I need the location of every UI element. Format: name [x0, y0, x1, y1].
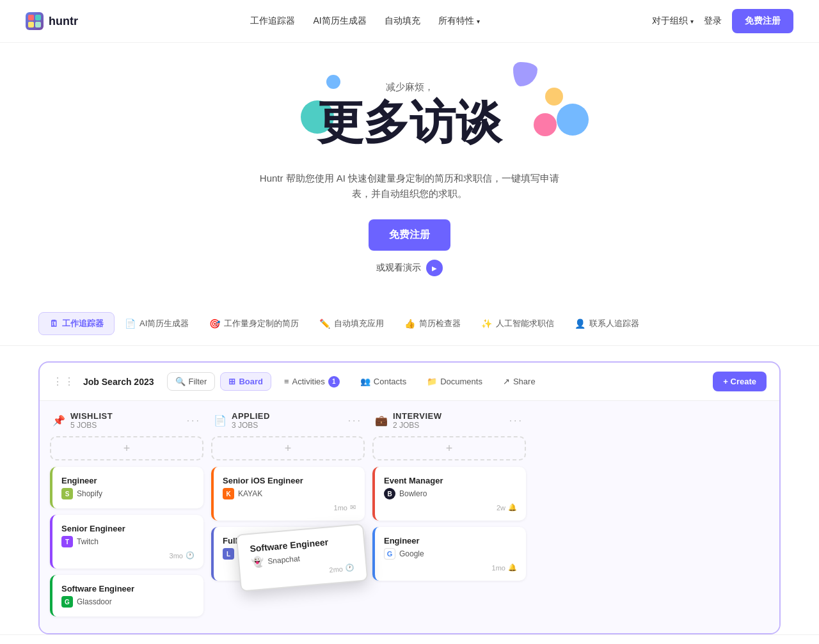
add-card-applied[interactable]: + [211, 436, 365, 460]
column-wishlist: 📌 WISHLIST 5 JOBS ··· + Engineer S [50, 411, 203, 623]
bell-icon: 🔔 [508, 503, 517, 512]
card-title: Engineer [384, 536, 517, 546]
nav-autofill[interactable]: 自动填充 [385, 15, 420, 27]
drag-handle-icon: ⋮⋮ [52, 375, 76, 388]
card-software-engineer-glassdoor[interactable]: Software Engineer G Glassdoor [50, 575, 203, 617]
column-menu-icon[interactable]: ··· [509, 415, 523, 427]
card-company: G Google [384, 548, 517, 560]
filter-button[interactable]: 🔍 Filter [167, 372, 216, 391]
watch-demo-link[interactable]: 或观看演示 ▶ [26, 260, 793, 276]
card-title: Software Engineer [61, 584, 195, 593]
clock-icon: 🕐 [345, 563, 354, 572]
document-icon: 📄 [125, 318, 136, 329]
feature-tabs: 🗓 工作追踪器 📄 AI简历生成器 🎯 工作量身定制的简历 ✏️ 自动填充应用 … [0, 302, 819, 346]
contacts-icon: 👥 [360, 377, 370, 386]
hero-title: 更多访谈 [317, 97, 502, 148]
hero-desc: Huntr 帮助您使用 AI 快速创建量身定制的简历和求职信，一键填写申请表，并… [256, 171, 563, 201]
folder-icon: 📁 [427, 377, 437, 386]
column-applied: 📄 APPLIED 3 JOBS ··· + Senior iOS Engine… [211, 411, 365, 623]
blob-blue-sm [326, 75, 340, 89]
shopify-logo: S [61, 488, 73, 499]
nav-job-tracker[interactable]: 工作追踪器 [250, 15, 295, 27]
board-title: Job Search 2023 [83, 377, 154, 387]
board-columns: 📌 WISHLIST 5 JOBS ··· + Engineer S [40, 401, 779, 633]
board-area: 📌 WISHLIST 5 JOBS ··· + Engineer S [40, 401, 779, 633]
hero-title-wrap: 更多访谈 [26, 97, 793, 158]
clock-icon: 🕐 [186, 551, 195, 560]
nav-signup-button[interactable]: 免费注册 [732, 9, 793, 33]
share-button[interactable]: ↗ Share [495, 373, 543, 390]
card-title: Event Manager [384, 476, 517, 485]
nav-all-features[interactable]: 所有特性 ▾ [438, 15, 480, 27]
document-icon: 📄 [214, 414, 227, 427]
tab-contact-tracker[interactable]: 👤 联系人追踪器 [564, 313, 649, 334]
logo-text: huntr [49, 15, 78, 28]
glassdoor-logo: G [61, 596, 73, 608]
tab-tailored-resume[interactable]: 🎯 工作量身定制的简历 [199, 313, 309, 334]
bottom-features: 专为求职而生 停止为不是专门为求职而构建的通用CRM付费。 Chrome 作业剪… [0, 634, 819, 644]
pencil-icon: ✏️ [319, 318, 330, 329]
chevron-down-icon: ▾ [690, 18, 694, 25]
hero-section: 减少麻烦， 更多访谈 Huntr 帮助您使用 AI 快速创建量身定制的简历和求职… [0, 43, 819, 302]
card-title: Senior Engineer [61, 524, 195, 533]
board-view-button[interactable]: ⊞ Board [220, 372, 271, 391]
interview-count: 2 JOBS [393, 421, 442, 430]
activities-badge: 1 [328, 376, 340, 388]
nav-ai-resume[interactable]: AI简历生成器 [313, 15, 366, 27]
card-engineer-shopify[interactable]: Engineer S Shopify [50, 467, 203, 508]
share-icon: ↗ [503, 377, 510, 386]
dragging-card: Software Engineer 👻 Snapchat 2mo 🕐 [235, 524, 368, 592]
logo-icon [26, 12, 44, 30]
column-interview-header: 💼 INTERVIEW 2 JOBS ··· [372, 411, 526, 430]
board-nav: 🔍 Filter ⊞ Board ≡ Activities 1 👥 Contac… [167, 372, 706, 391]
column-menu-icon[interactable]: ··· [187, 415, 201, 427]
add-card-wishlist[interactable]: + [50, 436, 203, 460]
briefcase-icon: 💼 [375, 414, 388, 427]
tab-ai-resume[interactable]: 📄 AI简历生成器 [115, 313, 199, 334]
target-icon: 🎯 [209, 318, 220, 329]
card-senior-engineer-twitch[interactable]: Senior Engineer T Twitch 3mo 🕐 [50, 515, 203, 569]
logo[interactable]: huntr [26, 12, 78, 30]
add-card-interview[interactable]: + [372, 436, 526, 460]
card-title: Engineer [61, 476, 195, 485]
kayak-logo: K [223, 488, 234, 499]
tab-autofill[interactable]: ✏️ 自动填充应用 [309, 313, 394, 334]
card-ios-engineer-kayak[interactable]: Senior iOS Engineer K KAYAK 1mo ✉ [211, 467, 365, 521]
column-wishlist-header: 📌 WISHLIST 5 JOBS ··· [50, 411, 203, 430]
card-engineer-google[interactable]: Engineer G Google 1mo 🔔 [372, 527, 526, 581]
bell-icon: 🔔 [508, 563, 517, 572]
tab-ai-cover-letter[interactable]: ✨ 人工智能求职信 [471, 313, 564, 334]
contacts-button[interactable]: 👥 Contacts [353, 373, 414, 390]
email-icon: ✉ [350, 503, 356, 512]
play-icon: ▶ [426, 260, 443, 276]
tab-resume-checker[interactable]: 👍 简历检查器 [394, 313, 471, 334]
column-menu-icon[interactable]: ··· [348, 415, 362, 427]
google-logo: G [384, 548, 395, 560]
bowlero-logo: B [384, 488, 395, 499]
board-icon: ⊞ [228, 377, 235, 386]
board-wrapper: ⋮⋮ Job Search 2023 🔍 Filter ⊞ Board ≡ Ac… [0, 346, 819, 634]
card-title: Senior iOS Engineer [223, 476, 356, 485]
documents-button[interactable]: 📁 Documents [419, 373, 490, 390]
hero-cta-button[interactable]: 免费注册 [369, 219, 450, 251]
clipboard-icon: 🗓 [49, 318, 58, 329]
applied-title: APPLIED [232, 411, 270, 421]
board-header: ⋮⋮ Job Search 2023 🔍 Filter ⊞ Board ≡ Ac… [40, 363, 779, 401]
card-company: B Bowlero [384, 488, 517, 499]
col-title-wrap-applied: 📄 APPLIED 3 JOBS [214, 411, 270, 430]
hero-sub: 减少麻烦， [26, 81, 793, 93]
create-button[interactable]: + Create [713, 372, 767, 391]
applied-count: 3 JOBS [232, 421, 270, 430]
board-container: ⋮⋮ Job Search 2023 🔍 Filter ⊞ Board ≡ Ac… [38, 361, 781, 634]
activities-button[interactable]: ≡ Activities 1 [276, 372, 347, 391]
card-meta: 2w 🔔 [384, 503, 517, 512]
tab-job-tracker[interactable]: 🗓 工作追踪器 [38, 312, 115, 335]
card-company: G Glassdoor [61, 596, 195, 608]
snapchat-logo: 👻 [251, 555, 265, 569]
column-applied-header: 📄 APPLIED 3 JOBS ··· [211, 411, 365, 430]
card-event-manager-bowlero[interactable]: Event Manager B Bowlero 2w 🔔 [372, 467, 526, 521]
nav-for-org[interactable]: 对于组织 ▾ [652, 15, 694, 27]
chevron-down-icon: ▾ [477, 18, 480, 25]
pin-icon: 📌 [52, 414, 65, 427]
nav-login[interactable]: 登录 [704, 15, 722, 27]
